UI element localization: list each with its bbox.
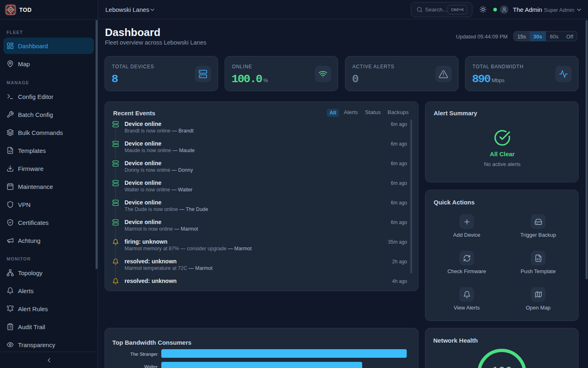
svg-text:100: 100 xyxy=(492,365,512,368)
